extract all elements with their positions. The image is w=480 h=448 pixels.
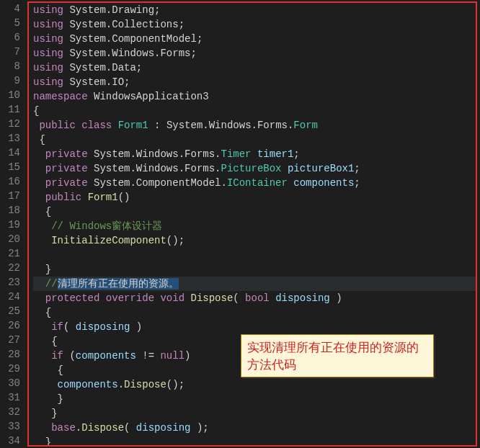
variable: components	[76, 350, 136, 362]
line-number: 5	[0, 16, 25, 30]
code-line: private System.Windows.Forms.Timer timer…	[33, 147, 476, 161]
code-line: if( disposing )	[33, 320, 476, 334]
variable: disposing	[275, 292, 330, 304]
line-number: 10	[0, 88, 25, 102]
namespace-part: System	[166, 120, 203, 131]
class-name: PictureBox	[221, 163, 282, 174]
code-line: using System.Windows.Forms;	[33, 46, 476, 61]
line-number: 34	[0, 434, 25, 448]
keyword: using	[33, 33, 63, 45]
variable: disposing	[136, 422, 191, 434]
namespace-part: Collections	[112, 19, 178, 30]
code-line: using System.Data;	[33, 61, 476, 75]
line-number-gutter: 4567891011121314151617181920212223242526…	[0, 0, 25, 448]
keyword: using	[33, 62, 63, 73]
namespace-part: Windows	[136, 163, 179, 174]
line-number: 13	[0, 131, 25, 145]
line-number: 30	[0, 376, 25, 390]
selected-text: 清理所有正在使用的资源。	[58, 278, 179, 290]
code-editor: 4567891011121314151617181920212223242526…	[0, 0, 480, 448]
line-number: 20	[0, 232, 25, 246]
function-name: Form1	[88, 192, 118, 203]
line-number: 15	[0, 160, 25, 174]
line-number: 11	[0, 102, 25, 117]
keyword: class	[81, 120, 112, 131]
variable: components	[58, 379, 118, 390]
code-line: {	[33, 133, 476, 147]
code-line: protected override void Dispose( bool di…	[33, 291, 476, 305]
keyword: private	[45, 148, 88, 160]
line-number: 8	[0, 59, 25, 73]
line-number: 25	[0, 304, 25, 318]
namespace-part: Forms	[257, 120, 288, 131]
code-line: InitializeComponent();	[33, 233, 476, 248]
namespace-part: Data	[112, 62, 136, 73]
annotation-callout: 实现清理所有正在使用的资源的方法代码	[241, 334, 434, 377]
variable: timer1	[257, 148, 293, 160]
line-number: 22	[0, 261, 25, 275]
line-number: 17	[0, 189, 25, 203]
line-number: 24	[0, 290, 25, 304]
keyword: null	[160, 350, 185, 362]
namespace-part: Windows	[112, 48, 154, 59]
namespace-part: System	[94, 177, 130, 189]
line-number: 28	[0, 347, 25, 362]
function-name: InitializeComponent	[51, 235, 166, 246]
namespace-part: System	[94, 148, 130, 160]
line-number: 32	[0, 405, 25, 419]
line-number: 16	[0, 174, 25, 189]
code-area[interactable]: using System.Drawing; using System.Colle…	[27, 1, 477, 447]
namespace-part: System	[94, 163, 130, 174]
code-line: using System.IO;	[33, 75, 476, 89]
line-number: 14	[0, 145, 25, 160]
comment-prefix: //	[45, 278, 58, 290]
keyword: public	[45, 192, 81, 203]
code-line: }	[33, 406, 476, 421]
line-number: 9	[0, 73, 25, 88]
keyword: public	[39, 120, 75, 131]
keyword: bool	[245, 292, 270, 304]
variable: pictureBox1	[288, 163, 354, 174]
class-name: IContainer	[227, 177, 288, 189]
keyword: override	[106, 292, 154, 304]
namespace-part: System	[69, 33, 105, 45]
line-number: 7	[0, 45, 25, 59]
code-line: using System.Drawing;	[33, 3, 476, 17]
line-number: 26	[0, 318, 25, 333]
keyword: private	[45, 177, 88, 189]
code-line: namespace WindowsApplication3	[33, 89, 476, 104]
code-line: // Windows窗体设计器	[33, 219, 476, 233]
namespace-part: Windows	[209, 120, 252, 131]
code-line: public Form1()	[33, 190, 476, 205]
line-number: 19	[0, 218, 25, 232]
code-line: public class Form1 : System.Windows.Form…	[33, 118, 476, 133]
line-number: 4	[0, 1, 25, 16]
variable: components	[293, 177, 354, 189]
namespace-part: Forms	[185, 163, 215, 174]
keyword: using	[33, 48, 63, 59]
comment: // Windows窗体设计器	[51, 220, 162, 232]
code-line: components.Dispose();	[33, 377, 476, 392]
function-name: Dispose	[124, 379, 166, 390]
namespace-part: IO	[112, 76, 124, 88]
code-line: private System.Windows.Forms.PictureBox …	[33, 161, 476, 176]
keyword: base	[51, 422, 76, 434]
line-number: 31	[0, 390, 25, 405]
code-line: base.Dispose( disposing );	[33, 421, 476, 435]
line-number: 18	[0, 203, 25, 218]
code-line: {	[33, 104, 476, 118]
line-number: 23	[0, 275, 25, 290]
variable: disposing	[76, 321, 130, 333]
line-number: 29	[0, 362, 25, 376]
code-line: }	[33, 392, 476, 406]
namespace-part: System	[69, 62, 105, 73]
function-name: Dispose	[81, 422, 124, 434]
keyword: namespace	[33, 91, 88, 102]
keyword: if	[51, 321, 63, 333]
code-line: }	[33, 262, 476, 277]
code-line: {	[33, 205, 476, 219]
keyword: private	[45, 163, 88, 174]
keyword: if	[51, 350, 63, 362]
class-name: Form1	[118, 120, 148, 131]
namespace-name: WindowsApplication3	[94, 91, 209, 102]
